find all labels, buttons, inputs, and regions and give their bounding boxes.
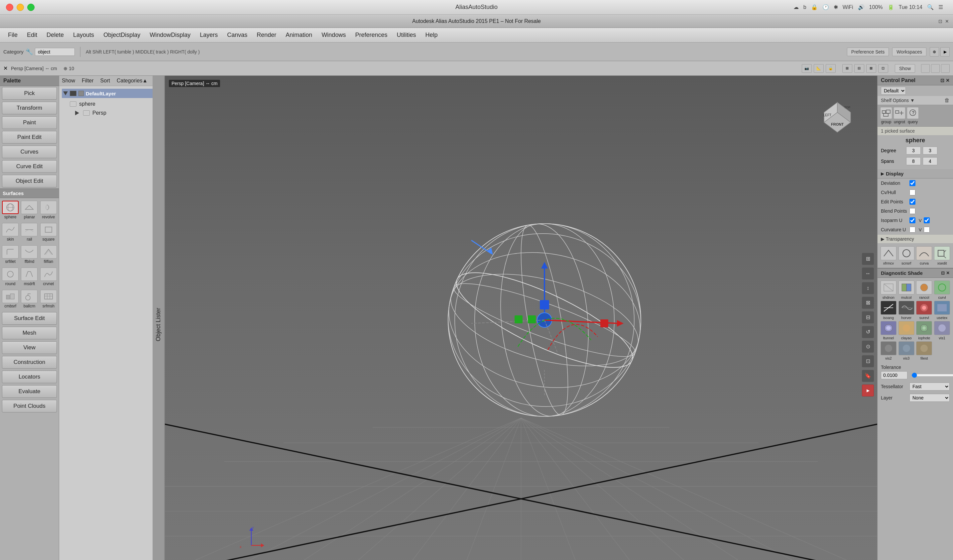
xfrmcv-item[interactable]: xfrmcv [880,246,897,265]
vp-icon-g3[interactable]: ⊠ [866,64,876,73]
surface-srfillet[interactable]: srfillet [2,244,19,265]
menu-windows[interactable]: Windows [317,29,350,40]
mesh-button[interactable]: Mesh [2,327,57,339]
close-button[interactable] [6,4,13,11]
layer-expand-icon[interactable] [63,92,68,95]
search-icon[interactable]: 🔍 [927,4,934,10]
vp-shade-icon[interactable]: ⊟ [862,312,874,323]
degree-u-input[interactable] [906,147,921,155]
restore-icon[interactable]: ⊡ [938,19,942,24]
curvl-item[interactable]: curvl [934,281,950,299]
menu-canvas[interactable]: Canvas [222,29,252,40]
surevl-item[interactable]: surevl [916,301,933,320]
degree-v-input[interactable] [923,147,937,155]
point-clouds-button[interactable]: Point Clouds [2,400,57,413]
show-button[interactable]: Show [895,64,915,73]
vp-split1[interactable] [921,64,930,73]
spans-u-input[interactable] [906,157,921,165]
view-button[interactable]: View [2,341,57,354]
vp-icon-cam[interactable]: 📷 [802,64,812,73]
surface-round[interactable]: round [2,266,19,287]
menu-icon[interactable]: ☰ [938,4,943,10]
vp-icon-lock[interactable]: 🔒 [826,64,836,73]
ungrot-icon[interactable] [894,107,905,119]
ol-sort[interactable]: Sort [100,78,110,84]
category-icon[interactable]: 🔧 [26,48,33,56]
vp-icon-g2[interactable]: ⊟ [854,64,864,73]
vp-icon-snap[interactable]: 📐 [814,64,824,73]
minimize-button[interactable] [17,4,24,11]
ol-persp-item[interactable]: Persp [62,109,162,116]
menu-help[interactable]: Help [421,29,442,40]
tolerance-slider[interactable] [911,372,953,378]
mulcol-item[interactable]: mulcol [898,281,915,299]
vp-rotate-icon[interactable]: ↺ [862,326,874,338]
view-cube[interactable]: FRONT LEFT TOP [817,96,851,129]
evaluate-button[interactable]: Evaluate [2,385,57,398]
surface-edit-button[interactable]: Surface Edit [2,312,57,325]
ltunnel-item[interactable]: ltunnel [880,321,897,340]
surface-sphere[interactable]: sphere [2,199,19,221]
surfaces-header[interactable]: Surfaces [0,188,59,198]
tolerance-input[interactable] [881,371,908,379]
rancol-item[interactable]: rancol [916,281,933,299]
curves-button[interactable]: Curves [2,146,57,158]
cvhull-checkbox[interactable] [910,189,916,195]
surface-ffblnd[interactable]: ffblnd [20,244,38,265]
vp-icon-g1[interactable]: ⊞ [842,64,852,73]
menu-file[interactable]: File [3,29,22,40]
surface-skin[interactable]: skin [2,222,19,243]
query-icon[interactable]: ? [907,107,919,119]
paint-button[interactable]: Paint [2,116,57,129]
surface-revolve[interactable]: revolve [40,199,57,221]
vis3-item[interactable]: vis3 [898,341,915,360]
tessellator-select[interactable]: Fast Slow [910,383,950,391]
persp-expand-icon[interactable] [75,111,79,115]
vis1-item[interactable]: vis1 [934,321,950,340]
surface-ballcrn[interactable]: ballcrn [20,289,38,310]
vp-split3[interactable] [941,64,950,73]
pick-button[interactable]: Pick [2,87,57,100]
vis2-item[interactable]: vis2 [880,341,897,360]
edit-points-checkbox[interactable] [910,199,916,205]
fullscreen-icon[interactable]: ✕ [945,19,949,24]
menu-animation[interactable]: Animation [281,29,317,40]
menu-utilities[interactable]: Utilities [392,29,421,40]
vp-special-icon[interactable]: ▶ [862,385,874,397]
surface-cmbsrf[interactable]: cmbsrf [2,289,19,310]
isoparm-u-checkbox[interactable] [910,217,916,223]
layer-select[interactable]: None [910,394,950,402]
scnsrf-item[interactable]: scnsrf [898,246,915,265]
menu-render[interactable]: Render [252,29,281,40]
clayao-item[interactable]: clayao [898,321,915,340]
layer-vis-icon[interactable] [70,91,76,96]
rp-restore-icon[interactable]: ⊡ [941,78,944,83]
xsedit-item[interactable]: xsedit [934,246,950,265]
transform-button[interactable]: Transform [2,102,57,114]
shelf-options-label[interactable]: Shelf Options ▼ [881,98,915,103]
spans-v-input[interactable] [923,157,937,165]
blend-points-checkbox[interactable] [910,208,916,214]
diag-restore[interactable]: ⊡ [941,270,945,276]
close-icon2[interactable]: ✕ [3,65,8,71]
transparency-row[interactable]: ▶ Transparency [877,234,953,244]
locators-button[interactable]: Locators [2,371,57,383]
curvature-u-checkbox[interactable] [910,226,916,233]
maximize-button[interactable] [27,4,34,11]
vp-split2[interactable] [931,64,940,73]
usetex-item[interactable]: usetex [934,301,950,320]
surface-crvnet[interactable]: crvnet [40,266,57,287]
rp-close-icon[interactable]: ✕ [946,78,950,83]
icon1[interactable]: ⊕ [930,47,939,56]
filest-item[interactable]: filest [916,341,933,360]
vp-reset-icon[interactable]: ⊙ [862,341,874,353]
diag-close[interactable]: ✕ [946,270,950,276]
construction-button[interactable]: Construction [2,356,57,369]
icon2[interactable]: ▶ [941,47,950,56]
viewport[interactable]: .gridl{stroke:#888;stroke-width:0.8;opac… [165,76,877,560]
vp-fit-icon[interactable]: ⊞ [862,253,874,265]
deviation-checkbox[interactable] [910,180,916,186]
ol-show[interactable]: Show [62,78,75,84]
menu-delete[interactable]: Delete [42,29,68,40]
horver-item[interactable]: horver [898,301,915,320]
